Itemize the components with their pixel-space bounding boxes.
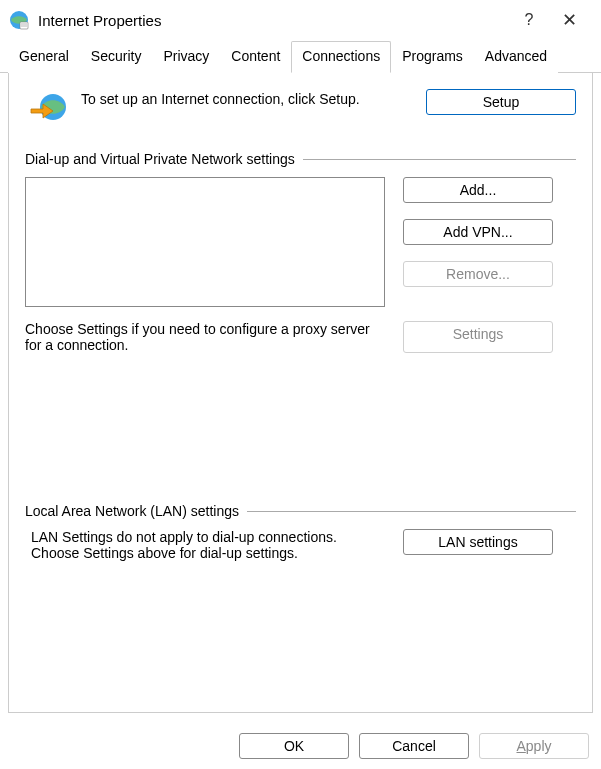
- tab-panel-connections: To set up an Internet connection, click …: [8, 73, 593, 713]
- add-vpn-button[interactable]: Add VPN...: [403, 219, 553, 245]
- dialup-header: Dial-up and Virtual Private Network sett…: [25, 151, 295, 167]
- proxy-description: Choose Settings if you need to configure…: [25, 321, 385, 353]
- setup-section: To set up an Internet connection, click …: [25, 89, 576, 129]
- tab-advanced[interactable]: Advanced: [474, 41, 558, 73]
- tab-connections[interactable]: Connections: [291, 41, 391, 73]
- remove-button: Remove...: [403, 261, 553, 287]
- internet-options-icon: [8, 9, 30, 31]
- dialup-group: Dial-up and Virtual Private Network sett…: [25, 151, 576, 353]
- connection-settings-button: Settings: [403, 321, 553, 353]
- connections-listbox[interactable]: [25, 177, 385, 307]
- tabstrip: General Security Privacy Content Connect…: [0, 40, 601, 73]
- dialog-footer: OK Cancel Apply: [239, 733, 589, 759]
- setup-button[interactable]: Setup: [426, 89, 576, 115]
- help-button[interactable]: ?: [509, 11, 549, 29]
- lan-header: Local Area Network (LAN) settings: [25, 503, 239, 519]
- lan-settings-button[interactable]: LAN settings: [403, 529, 553, 555]
- add-button[interactable]: Add...: [403, 177, 553, 203]
- lan-group: Local Area Network (LAN) settings LAN Se…: [25, 503, 576, 561]
- close-button[interactable]: ✕: [549, 9, 589, 31]
- divider: [303, 159, 576, 160]
- ok-button[interactable]: OK: [239, 733, 349, 759]
- tab-privacy[interactable]: Privacy: [152, 41, 220, 73]
- connection-wizard-icon: [29, 89, 69, 129]
- tab-security[interactable]: Security: [80, 41, 153, 73]
- cancel-button[interactable]: Cancel: [359, 733, 469, 759]
- tab-content[interactable]: Content: [220, 41, 291, 73]
- tab-programs[interactable]: Programs: [391, 41, 474, 73]
- window-title: Internet Properties: [38, 12, 509, 29]
- divider: [247, 511, 576, 512]
- setup-description: To set up an Internet connection, click …: [81, 89, 426, 107]
- titlebar: Internet Properties ? ✕: [0, 0, 601, 40]
- tab-general[interactable]: General: [8, 41, 80, 73]
- svg-rect-1: [20, 22, 28, 29]
- lan-description: LAN Settings do not apply to dial-up con…: [25, 529, 385, 561]
- apply-button: Apply: [479, 733, 589, 759]
